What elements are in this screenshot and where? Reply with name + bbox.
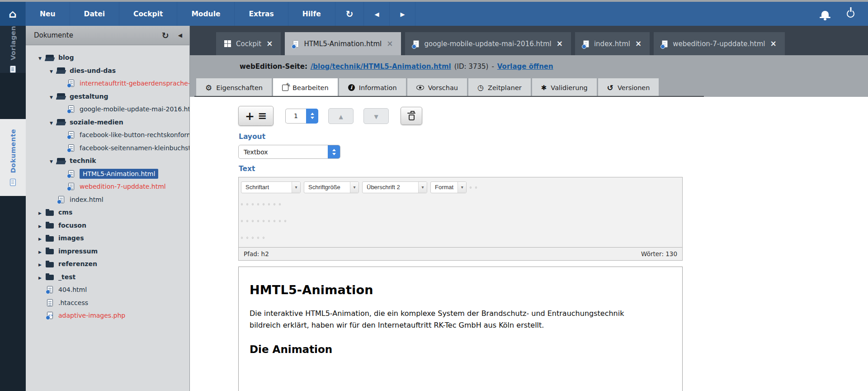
move-down-button[interactable] [363,108,389,124]
close-tab-icon[interactable] [387,40,393,48]
edit-icon [282,85,288,91]
tree-item[interactable]: adaptive-images.php [26,309,189,322]
close-tab-icon[interactable] [266,40,273,48]
document-tab[interactable]: HTML5-Animation.html [285,32,401,55]
document-tab-label: google-mobile-update-mai-2016.html [424,40,551,48]
tree-item[interactable]: gestaltung [26,90,189,103]
open-template-link[interactable]: Vorlage öffnen [497,62,553,71]
richtext-content[interactable]: HMTL5-Animation Die interaktive HTML5-An… [238,267,683,391]
tree-refresh-button[interactable] [162,30,169,40]
menu-item[interactable]: Datei [70,2,120,26]
section-tab[interactable]: Eigenschaften [196,78,272,97]
history-back-button[interactable] [364,2,390,26]
menu-item[interactable]: Extras [235,2,288,26]
section-tab[interactable]: Bearbeiten [273,78,338,97]
close-tab-icon[interactable] [635,40,642,48]
tree-collapse-button[interactable] [178,32,182,38]
tree-item[interactable]: dies-und-das [26,64,189,77]
tree-item[interactable]: soziale-medien [26,116,189,129]
rail-tab-label: Vorlagen [9,26,17,60]
tree-item[interactable]: impressum [26,245,189,258]
expander-icon[interactable] [38,248,46,255]
close-tab-icon[interactable] [557,40,563,48]
document-tab[interactable]: index.html [575,32,650,55]
tree-item[interactable]: facebook-seitennamen-kleinbuchstaben [26,142,189,155]
file-icon [68,170,74,177]
add-block-button[interactable] [238,106,274,126]
section-tab[interactable]: Zeitplaner [468,78,531,97]
toolbar-group [257,237,259,238]
section-tab[interactable]: Validierung [532,78,597,97]
menu-item[interactable]: Hilfe [288,2,335,26]
page-icon [583,40,589,48]
style-select[interactable]: Format [430,181,467,193]
text-label: Text [239,165,683,173]
tree-item[interactable]: images [26,232,189,245]
tree-item[interactable]: internetauftritt-gebaerdensprache-video [26,77,189,90]
expander-icon[interactable] [38,260,46,267]
toolbar-row-3 [241,212,680,229]
tree-item[interactable]: 404.html [26,283,189,296]
tree-item[interactable]: blog [26,51,189,64]
document-tab[interactable]: webedition-7-upddate.html [654,32,785,55]
menu-item[interactable]: Module [177,2,235,26]
document-tab[interactable]: Cockpit [216,32,281,55]
tree-item[interactable]: facebook-like-button-rechtskonform-eins [26,129,189,142]
home-button[interactable] [0,2,26,26]
toolbar-group [274,203,275,205]
tree-item[interactable]: cms [26,206,189,219]
forward-icon [400,10,405,18]
layout-select[interactable]: Textbox [238,145,340,159]
toolbar-group [241,203,243,205]
notifications-button[interactable] [821,2,829,26]
section-tab[interactable]: Information [339,78,406,97]
expander-icon[interactable] [38,273,46,281]
reload-button[interactable] [335,2,364,26]
document-tab[interactable]: google-mobile-update-mai-2016.html [405,32,571,55]
font-family-select[interactable]: Schriftart [241,181,301,193]
tree-item[interactable]: HTML5-Animation.html [26,167,189,181]
section-tab[interactable]: Versionen [598,78,659,97]
list-icon [258,110,267,121]
stepper-spinner[interactable] [306,109,318,124]
block-format-select[interactable]: Überschrift 2 [362,181,427,193]
logout-button[interactable] [847,2,854,26]
font-size-select[interactable]: Schriftgröße [304,181,359,193]
folder-closed-icon [46,273,55,281]
page-id: (ID: 3735) [454,62,489,71]
chevron-down-icon [350,182,359,193]
tree-item[interactable]: _test [26,271,189,284]
tree-item-label: _test [58,273,75,281]
menu-item[interactable]: Neu [26,2,70,26]
menu-item[interactable]: Cockpit [119,2,177,26]
tree-item[interactable]: technik [26,154,189,167]
editor-column: 1 Layout [238,105,683,391]
expander-icon[interactable] [38,222,46,229]
toolbar-group [252,203,254,205]
toolbar-group [241,220,243,222]
tree-item[interactable]: .htaccess [26,296,189,310]
folder-closed-icon [46,234,55,242]
expander-icon[interactable] [38,234,46,242]
expander-icon[interactable] [38,209,46,216]
tree-item[interactable]: google-mobile-update-mai-2016.html [26,103,189,116]
page-path-link[interactable]: /blog/technik/HTML5-Animation.html [311,62,451,71]
tree-item[interactable]: referenzen [26,257,189,271]
document-tab-label: Cockpit [236,40,261,48]
section-tab[interactable]: Vorschau [407,78,467,97]
delete-block-button[interactable] [401,107,422,125]
tree-item[interactable]: webedition-7-upddate.html [26,180,189,193]
position-stepper[interactable]: 1 [285,109,318,124]
tree-item-label: adaptive-images.php [58,312,125,319]
power-icon [847,10,854,18]
chevron-down-icon [292,182,300,193]
tree-item[interactable]: focuson [26,219,189,232]
page-icon [662,40,668,48]
rail-tab[interactable]: Dokumente [0,119,26,196]
move-up-button[interactable] [328,108,354,124]
rail-tab[interactable]: Vorlagen [0,26,26,73]
close-tab-icon[interactable] [770,40,777,48]
history-forward-button[interactable] [390,2,415,26]
tree-item-label: images [58,234,84,242]
tree-item[interactable]: index.html [26,193,189,206]
